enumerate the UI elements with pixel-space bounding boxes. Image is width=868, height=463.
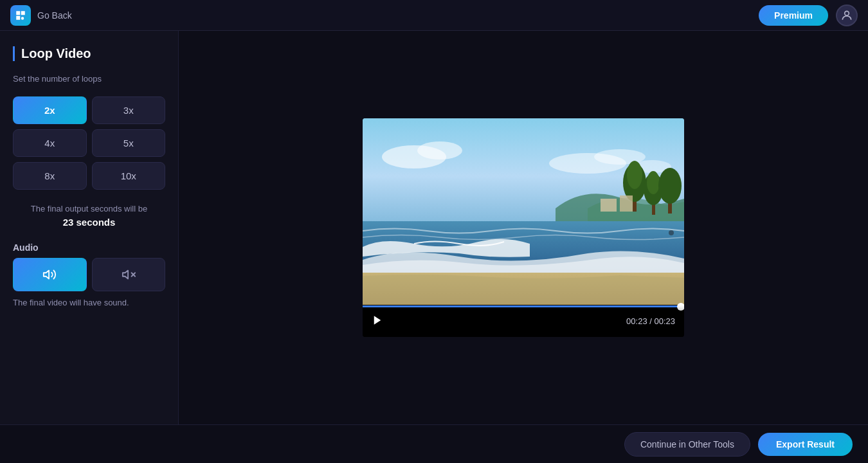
volume-off-icon xyxy=(122,268,136,282)
loop-btn-3x[interactable]: 3x xyxy=(92,96,166,124)
svg-marker-1 xyxy=(44,271,49,279)
time-display: 00:23 / 00:23 xyxy=(626,316,675,326)
audio-btn-sound-off[interactable] xyxy=(92,258,166,291)
output-info-line1: The final output seconds will be xyxy=(31,204,147,213)
premium-button[interactable]: Premium xyxy=(759,5,828,26)
video-controls: 00:23 / 00:23 xyxy=(363,305,684,337)
output-info: The final output seconds will be 23 seco… xyxy=(13,203,165,230)
loop-btn-10x[interactable]: 10x xyxy=(92,162,166,190)
svg-rect-19 xyxy=(601,199,617,212)
output-info-seconds: 23 seconds xyxy=(13,215,165,230)
avatar[interactable] xyxy=(836,5,858,26)
svg-point-23 xyxy=(669,230,674,235)
topbar-left: Go Back xyxy=(10,5,72,26)
svg-marker-24 xyxy=(374,316,381,325)
topbar-right: Premium xyxy=(759,5,858,26)
video-player: 00:23 / 00:23 xyxy=(363,118,684,337)
svg-point-18 xyxy=(658,168,682,204)
audio-btns xyxy=(13,258,165,291)
video-thumbnail-svg xyxy=(363,118,684,305)
svg-rect-20 xyxy=(620,195,633,212)
continue-other-tools-button[interactable]: Continue in Other Tools xyxy=(624,432,750,457)
sidebar-title: Loop Video xyxy=(13,46,165,61)
main-area: Loop Video Set the number of loops 2x 3x… xyxy=(0,31,868,424)
topbar: Go Back Premium xyxy=(0,0,868,31)
export-result-button[interactable]: Export Result xyxy=(758,433,853,456)
go-back-label: Go Back xyxy=(37,10,72,21)
volume-on-icon xyxy=(42,268,57,282)
bottombar: Continue in Other Tools Export Result xyxy=(0,424,868,463)
play-button[interactable] xyxy=(372,314,383,328)
audio-info: The final video will have sound. xyxy=(13,298,165,307)
video-area: 00:23 / 00:23 xyxy=(179,31,868,424)
audio-section: Audio The fin xyxy=(13,242,165,307)
loops-section-label: Set the number of loops xyxy=(13,74,165,84)
audio-label: Audio xyxy=(13,242,165,253)
sidebar: Loop Video Set the number of loops 2x 3x… xyxy=(0,31,179,424)
loop-btn-4x[interactable]: 4x xyxy=(13,129,87,157)
loop-btn-8x[interactable]: 8x xyxy=(13,162,87,190)
loops-grid: 2x 3x 4x 5x 8x 10x xyxy=(13,96,165,190)
svg-marker-2 xyxy=(123,271,128,279)
svg-point-16 xyxy=(647,171,660,194)
video-frame xyxy=(363,118,684,305)
audio-btn-sound-on[interactable] xyxy=(13,258,87,291)
loop-btn-5x[interactable]: 5x xyxy=(92,129,166,157)
svg-point-7 xyxy=(417,141,462,159)
go-back-button[interactable]: Go Back xyxy=(37,10,72,21)
svg-point-13 xyxy=(627,161,642,189)
logo-icon xyxy=(10,5,31,26)
loop-btn-2x[interactable]: 2x xyxy=(13,96,87,124)
svg-point-0 xyxy=(845,11,849,15)
play-icon xyxy=(372,314,383,326)
